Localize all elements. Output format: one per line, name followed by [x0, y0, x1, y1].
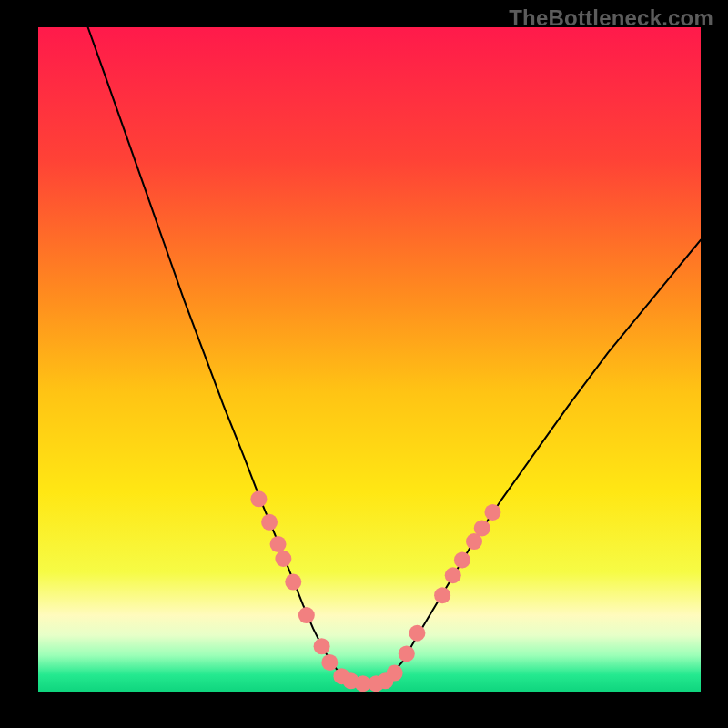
- curve-marker: [454, 551, 470, 568]
- curve-marker: [261, 514, 278, 531]
- curve-marker: [399, 645, 415, 662]
- curve-marker: [387, 665, 403, 682]
- chart-container: TheBottleneck.com: [0, 0, 728, 728]
- curve-marker: [409, 625, 425, 642]
- curve-marker: [474, 520, 490, 536]
- curve-marker: [285, 574, 301, 591]
- curve-marker: [314, 638, 330, 654]
- plot-background: [38, 27, 701, 692]
- curve-marker: [434, 587, 450, 603]
- curve-marker: [250, 490, 267, 507]
- watermark-text: TheBottleneck.com: [509, 5, 713, 31]
- curve-marker: [298, 607, 315, 623]
- curve-marker: [275, 551, 291, 567]
- curve-marker: [321, 654, 338, 671]
- curve-marker: [484, 504, 500, 521]
- chart-svg: [0, 0, 728, 728]
- curve-marker: [445, 567, 461, 583]
- curve-marker: [270, 536, 287, 552]
